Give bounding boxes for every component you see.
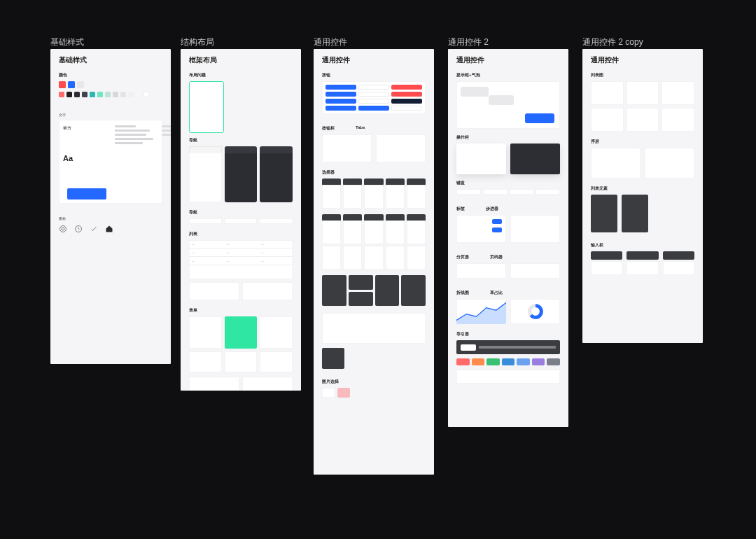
picker-body[interactable] [364,185,383,209]
picker-body[interactable] [343,185,362,209]
button-ghost[interactable] [391,106,422,111]
input-variant-body[interactable] [591,261,622,275]
panel-card[interactable] [591,108,624,132]
board-5-title[interactable]: 通用控件 2 copy [582,36,643,48]
tab-variant[interactable] [225,218,258,224]
artboard-components[interactable]: 通用控件 按钮 按钮栏 Tabs [314,49,434,475]
picker-body[interactable] [364,246,383,270]
picker-body[interactable] [386,220,405,244]
form-row[interactable] [189,377,239,391]
keypad-cell[interactable] [510,189,534,195]
color-swatch[interactable] [105,92,111,97]
tab-variant[interactable] [260,218,293,224]
color-swatch[interactable] [90,92,95,97]
segment-chip[interactable] [532,358,545,365]
color-swatch[interactable] [74,92,80,97]
button-primary[interactable] [326,85,356,90]
button-danger[interactable] [391,92,422,97]
list-card[interactable] [242,282,293,300]
pager-sample[interactable] [456,263,506,279]
form-card[interactable] [260,351,293,372]
segment-chip[interactable] [547,358,560,365]
artboard-base-styles[interactable]: 基础样式 颜色 文字 苹方 Aa 图标 [50,49,171,364]
color-swatch[interactable] [97,92,103,97]
form-row[interactable] [242,377,293,391]
color-swatch[interactable] [128,92,134,97]
color-swatch[interactable] [144,92,149,97]
button-primary[interactable] [326,106,356,111]
panel-card[interactable] [662,108,694,132]
picker-body[interactable] [407,246,426,270]
form-card[interactable] [189,316,222,349]
input-variant-body[interactable] [663,261,694,275]
segment-chip[interactable] [472,358,485,365]
panel-card[interactable] [591,81,624,105]
keypad-cell[interactable] [483,189,507,195]
input-variant[interactable] [626,251,658,260]
tabbar-sample[interactable] [322,134,372,162]
picker-body[interactable] [322,185,341,209]
picker-body[interactable] [322,246,341,270]
picker-body[interactable] [343,220,362,244]
input-variant[interactable] [591,251,622,260]
button-primary[interactable] [326,92,356,97]
picker-dark[interactable] [349,292,373,307]
tabs-sample[interactable] [376,134,426,162]
action-sheet-light[interactable] [456,144,506,174]
picker-sheet[interactable] [322,313,426,344]
button-ghost[interactable] [358,85,389,90]
stepper-sample[interactable] [510,215,560,243]
color-swatch[interactable] [59,92,64,97]
picker-dark[interactable] [322,275,346,306]
form-card-accent[interactable] [225,316,258,349]
form-card[interactable] [225,351,258,372]
list-el-dark[interactable] [622,195,648,232]
artboard-components-2-copy[interactable]: 通用控件 列表图 浮层 列表元素 输入栏 [582,49,703,343]
color-swatch[interactable] [59,81,66,88]
list-card[interactable]: ——— ——— ——— [189,240,293,279]
figma-canvas[interactable]: { "boards": { "b1": { "title": "基础样式", "… [0,0,756,539]
navbar-light[interactable] [189,146,222,202]
color-swatch[interactable] [82,92,88,97]
button-danger[interactable] [391,85,422,90]
list-el-dark[interactable] [591,195,617,232]
keypad-cell[interactable] [456,189,481,195]
board-4-title[interactable]: 通用控件 2 [448,36,489,48]
picker-body[interactable] [407,220,426,244]
list-card[interactable] [189,282,239,300]
picker-dark[interactable] [401,275,426,306]
button-ghost[interactable] [358,92,389,97]
tab-variant[interactable] [189,218,222,224]
segment-chip[interactable] [502,358,515,365]
segment-chip[interactable] [456,358,470,365]
picker-body[interactable] [322,220,341,244]
float-card[interactable] [591,148,640,178]
button-ghost[interactable] [358,99,389,104]
dock-pill[interactable] [461,344,476,351]
form-card[interactable] [189,351,222,372]
board-2-title[interactable]: 结构布局 [181,36,214,48]
pagination-sample[interactable] [510,263,560,279]
input-variant[interactable] [663,251,694,260]
color-swatch[interactable] [77,81,84,88]
picker-body[interactable] [364,220,383,244]
keypad-cell[interactable] [536,189,560,195]
navbar-dark-2[interactable] [260,146,293,202]
artboard-layout[interactable]: 框架布局 布局问题 导航 导航 列表 ——— ——— ——— 表单 [181,49,301,391]
board-3-title[interactable]: 通用控件 [314,36,347,48]
color-swatch[interactable] [66,92,72,97]
color-swatch[interactable] [68,81,75,88]
navbar-dark[interactable] [225,146,258,202]
image-thumb-selected[interactable] [337,388,350,398]
form-card[interactable] [260,316,293,349]
picker-dark[interactable] [375,275,400,306]
button-dark[interactable] [391,99,422,104]
picker-dark[interactable] [349,275,373,290]
panel-card[interactable] [626,81,659,105]
button-primary[interactable] [326,99,356,104]
panel-card[interactable] [626,108,659,132]
image-thumb[interactable] [322,388,335,398]
segment-chip[interactable] [486,358,500,365]
action-sheet-dark[interactable] [510,144,560,174]
button-primary[interactable] [358,106,389,111]
